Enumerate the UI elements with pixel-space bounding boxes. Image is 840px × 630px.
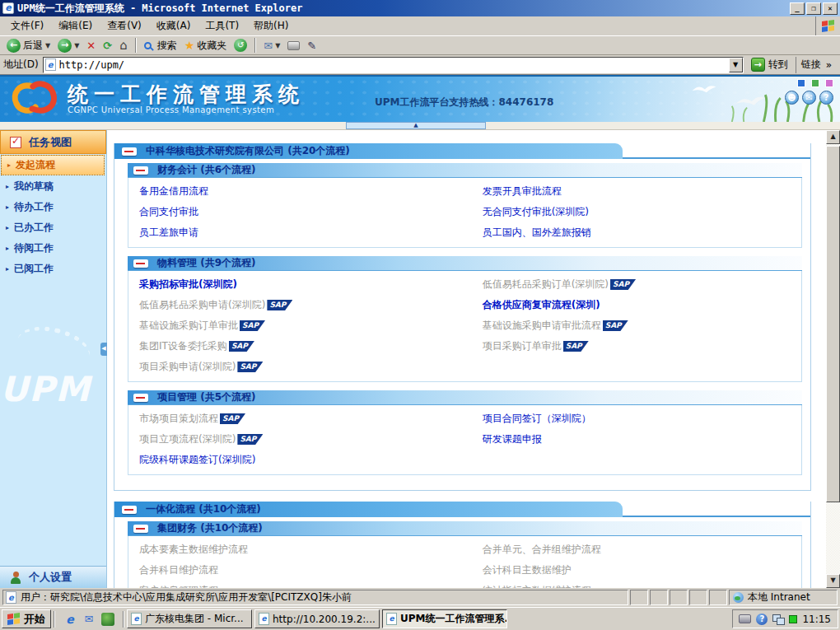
green-square-icon[interactable] <box>811 79 819 87</box>
banner-corner-icons: ☻ ✉ ? <box>785 79 833 105</box>
task-view-icon <box>10 137 21 148</box>
quicklaunch-mail-icon[interactable]: ✉ <box>82 613 96 626</box>
process-link[interactable]: 研发课题申报 <box>483 432 542 446</box>
address-dropdown-button[interactable]: ▼ <box>729 58 743 72</box>
vertical-scrollbar[interactable]: ▲ ▼ <box>826 130 840 588</box>
process-link[interactable]: 员工国内、国外差旅报销 <box>483 226 591 240</box>
quicklaunch-ie-icon[interactable]: e <box>63 613 77 626</box>
process-link[interactable]: 备用金借用流程 <box>139 184 208 198</box>
collapse-icon[interactable] <box>133 394 148 402</box>
refresh-button[interactable]: ⟳ <box>100 37 115 54</box>
mail-dropdown-icon[interactable]: ▼ <box>275 42 280 49</box>
process-link[interactable]: 无合同支付审批(深圳院) <box>483 205 589 219</box>
tray-help-icon[interactable]: ? <box>756 614 768 625</box>
go-button[interactable]: → 转到 <box>748 58 791 72</box>
collapse-icon[interactable] <box>133 259 148 268</box>
process-link[interactable]: 采购招标审批(深圳院) <box>139 278 237 292</box>
sidebar-item[interactable]: ▸发起流程 <box>1 155 105 175</box>
sidebar-item-personal-settings[interactable]: 个人设置 <box>0 566 106 588</box>
menu-item[interactable]: 工具(T) <box>198 16 246 36</box>
process-link[interactable]: 员工差旅申请 <box>139 226 198 240</box>
group-header[interactable]: 财务会计 (共6个流程) <box>128 163 802 178</box>
stop-button[interactable]: ✕ <box>83 37 99 54</box>
taskbar-task-button[interactable]: eUPM统一工作流管理系... <box>382 609 507 628</box>
forward-button[interactable]: → ▼ <box>54 37 82 54</box>
group-header[interactable]: 项目管理 (共5个流程) <box>128 390 802 405</box>
status-pane <box>670 590 688 605</box>
process-link[interactable]: 院级科研课题签订(深圳院) <box>139 453 255 467</box>
process-cell: 市场项目策划流程SAP <box>128 408 472 429</box>
sidebar-collapse-button[interactable]: ◀ <box>100 343 107 356</box>
process-link[interactable]: 项目合同签订（深圳院） <box>483 412 591 426</box>
sidebar-item[interactable]: ▸已阅工作 <box>0 259 106 279</box>
banner-collapse-button[interactable]: ▲ <box>346 122 486 129</box>
address-url[interactable]: http://upm/ <box>59 59 726 71</box>
search-button[interactable]: 搜索 <box>141 37 180 54</box>
restore-button[interactable]: ❐ <box>806 2 821 15</box>
start-button[interactable]: 开始 <box>2 609 51 628</box>
menu-item[interactable]: 帮助(H) <box>246 16 296 36</box>
mail-button[interactable]: ✉ ▼ <box>260 37 283 54</box>
collapse-icon[interactable] <box>133 525 148 533</box>
favorites-button[interactable]: ★ 收藏夹 <box>181 37 231 54</box>
print-button[interactable] <box>284 37 303 54</box>
process-link[interactable]: 合格供应商复审流程(深圳) <box>483 298 600 312</box>
process-link: 成本要素主数据维护流程 <box>139 543 248 557</box>
quicklaunch-app-icon[interactable] <box>101 613 114 626</box>
banner-collapse-strip: ▲ <box>0 122 840 130</box>
user-contact-icon[interactable]: ☻ <box>785 91 799 105</box>
windows-logo <box>815 16 840 35</box>
section-header[interactable]: 一体化流程 (共10个流程) <box>114 502 623 517</box>
links-button[interactable]: 链接 » <box>796 57 837 73</box>
upm-watermark: UPM <box>0 369 91 409</box>
ie-logo-icon: e <box>2 2 14 14</box>
process-link: 合并科目维护流程 <box>139 563 218 577</box>
taskbar-task-button[interactable]: e广东核电集团 - Micr... <box>127 609 252 628</box>
tray-printer-icon[interactable] <box>739 614 751 623</box>
process-link: 低值易耗品采购订单(深圳院) <box>483 278 609 292</box>
group-header[interactable]: 集团财务 (共10个流程) <box>128 521 802 536</box>
menu-item[interactable]: 收藏(A) <box>149 16 198 36</box>
tray-network-icon[interactable] <box>772 614 784 623</box>
mail-contact-icon[interactable]: ✉ <box>802 91 816 105</box>
sidebar-item[interactable]: ▸已办工作 <box>0 217 106 238</box>
process-link[interactable]: 发票开具审批流程 <box>483 184 562 198</box>
menu-item[interactable]: 文件(F) <box>3 16 51 36</box>
scroll-thumb[interactable] <box>826 146 840 502</box>
status-user-text: 用户：研究院\信息技术中心\应用集成研究所\应用开发室\[PCITZXQ]朱小前 <box>21 590 352 604</box>
collapse-icon[interactable] <box>122 147 137 156</box>
scroll-up-button[interactable]: ▲ <box>826 130 840 144</box>
history-button[interactable]: ↺ <box>231 37 250 54</box>
process-link[interactable]: 合同支付审批 <box>139 205 198 219</box>
refresh-icon: ⟳ <box>103 40 112 52</box>
taskbar: 开始 e ✉ e广东核电集团 - Micr...ehttp://10.200.1… <box>0 607 840 630</box>
minimize-button[interactable]: _ <box>790 2 805 15</box>
task-page-icon: e <box>259 613 269 625</box>
group-header[interactable]: 物料管理 (共9个流程) <box>128 256 802 271</box>
collapse-icon[interactable] <box>122 506 137 514</box>
sidebar-item[interactable]: ▸待办工作 <box>0 197 106 217</box>
taskbar-task-button[interactable]: ehttp://10.200.19.2:... <box>254 609 380 628</box>
help-icon[interactable]: ? <box>819 91 833 105</box>
pink-square-icon[interactable] <box>825 79 833 87</box>
address-input[interactable]: e http://upm/ ▼ <box>43 57 744 73</box>
edit-button[interactable]: ✎ <box>304 37 320 54</box>
bullet-icon: ▸ <box>6 183 9 190</box>
back-dropdown-icon[interactable]: ▼ <box>45 42 50 49</box>
menu-item[interactable]: 编辑(E) <box>51 16 100 36</box>
task-page-icon: e <box>131 613 142 625</box>
scroll-down-button[interactable]: ▼ <box>826 574 840 588</box>
forward-dropdown-icon[interactable]: ▼ <box>74 42 79 49</box>
menu-item[interactable]: 查看(V) <box>100 16 149 36</box>
collapse-icon[interactable] <box>133 166 148 175</box>
process-cell: 集团IT设备委托采购SAP <box>128 336 472 357</box>
tray-app-icon[interactable] <box>789 615 797 623</box>
section-header[interactable]: 中科华核电技术研究院有限公司 (共20个流程) <box>114 143 623 159</box>
sidebar-item[interactable]: ▸待阅工作 <box>0 238 106 259</box>
process-cell: 基础设施采购订单审批SAP <box>128 315 472 336</box>
back-button[interactable]: ← 后退 ▼ <box>3 37 54 54</box>
sidebar-item[interactable]: ▸我的草稿 <box>0 176 106 197</box>
home-button[interactable]: ⌂ <box>116 37 131 54</box>
blue-square-icon[interactable] <box>797 79 805 87</box>
close-button[interactable]: ✕ <box>823 2 838 15</box>
